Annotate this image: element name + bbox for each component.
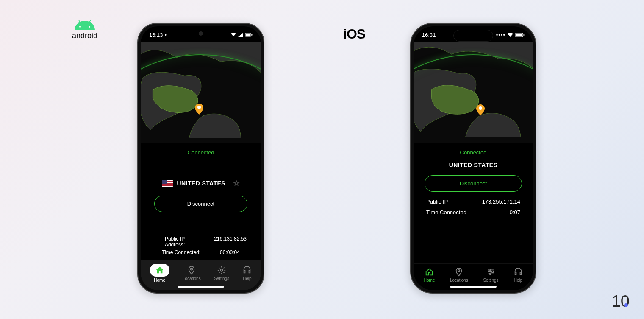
tab-settings-label: Settings bbox=[483, 278, 498, 283]
dynamic-island bbox=[453, 30, 493, 42]
ios-status-icons: •••• bbox=[496, 32, 525, 38]
wifi-icon bbox=[230, 33, 236, 37]
svg-rect-9 bbox=[516, 34, 523, 36]
battery-icon bbox=[515, 33, 525, 37]
connection-status: Connected bbox=[188, 149, 214, 156]
location-icon bbox=[187, 266, 196, 275]
svg-point-6 bbox=[191, 268, 193, 270]
wifi-icon bbox=[507, 33, 514, 37]
android-screen: 16:13 • Connected bbox=[141, 26, 261, 290]
brand-zero: 0 bbox=[621, 292, 630, 311]
location-pin-icon bbox=[195, 104, 203, 115]
svg-point-5 bbox=[197, 106, 201, 109]
tab-locations-label: Locations bbox=[450, 278, 468, 283]
headset-icon bbox=[514, 267, 523, 277]
globe-arc-glow bbox=[141, 54, 261, 143]
tab-locations-label: Locations bbox=[183, 276, 201, 281]
tab-help-label: Help bbox=[243, 276, 252, 281]
svg-point-7 bbox=[220, 269, 223, 271]
android-label-text: android bbox=[72, 31, 97, 40]
tab-settings[interactable]: Settings bbox=[483, 267, 498, 283]
ios-body: Connected UNITED STATES Disconnect Publi… bbox=[414, 143, 533, 263]
tab-locations[interactable]: Locations bbox=[450, 267, 468, 283]
time-connected-value: 0:07 bbox=[510, 209, 520, 215]
svg-point-11 bbox=[479, 106, 482, 110]
tab-home[interactable]: Home bbox=[150, 264, 169, 283]
country-row[interactable]: UNITED STATES bbox=[449, 162, 497, 168]
location-icon bbox=[454, 267, 464, 277]
svg-point-12 bbox=[458, 270, 460, 272]
ios-platform-label: iOS bbox=[343, 26, 365, 42]
location-pin-icon bbox=[476, 104, 485, 115]
tab-home-label: Home bbox=[424, 278, 435, 283]
favorite-star-icon[interactable]: ☆ bbox=[233, 179, 240, 188]
tab-home[interactable]: Home bbox=[424, 267, 435, 283]
ios-screen: 16:31 •••• Connected bbox=[414, 26, 533, 290]
country-name: UNITED STATES bbox=[449, 162, 497, 168]
android-clock: 16:13 bbox=[149, 32, 163, 38]
brand-logo: 1 0 bbox=[612, 292, 630, 311]
time-connected-label: Time Connected: bbox=[162, 249, 200, 255]
ios-label-text: iOS bbox=[343, 26, 365, 42]
svg-rect-3 bbox=[246, 34, 251, 36]
svg-rect-10 bbox=[524, 34, 525, 36]
brand-dot-icon bbox=[624, 303, 628, 307]
home-icon bbox=[425, 267, 434, 277]
tab-help[interactable]: Help bbox=[514, 267, 523, 283]
svg-point-14 bbox=[491, 271, 493, 273]
svg-point-1 bbox=[89, 26, 90, 28]
android-map[interactable] bbox=[141, 42, 261, 143]
public-ip-label: Public IP bbox=[426, 199, 448, 205]
disconnect-button[interactable]: Disconnect bbox=[154, 196, 247, 212]
tab-help[interactable]: Help bbox=[242, 266, 252, 281]
battery-icon bbox=[245, 33, 253, 37]
android-camera-hole bbox=[199, 31, 203, 36]
android-info-block: Public IP Address: 216.131.82.53 Time Co… bbox=[149, 235, 253, 260]
globe-arc-glow bbox=[414, 54, 533, 143]
time-connected-value: 00:00:04 bbox=[220, 249, 240, 255]
ios-home-indicator[interactable] bbox=[450, 286, 497, 288]
ios-phone-frame: 16:31 •••• Connected bbox=[410, 23, 536, 294]
tab-help-label: Help bbox=[514, 278, 523, 283]
sliders-icon bbox=[486, 267, 496, 277]
disconnect-button[interactable]: Disconnect bbox=[425, 175, 522, 192]
tab-locations[interactable]: Locations bbox=[183, 266, 201, 281]
svg-rect-4 bbox=[252, 34, 253, 36]
public-ip-value: 216.131.82.53 bbox=[214, 236, 247, 248]
home-icon bbox=[155, 266, 164, 275]
us-flag-icon bbox=[162, 180, 173, 187]
tab-settings[interactable]: Settings bbox=[214, 266, 229, 281]
android-status-icons bbox=[230, 33, 253, 37]
connection-status: Connected bbox=[460, 149, 487, 156]
svg-point-13 bbox=[489, 269, 490, 271]
cellular-dots-icon: •••• bbox=[496, 32, 505, 38]
time-connected-label: Time Connected bbox=[426, 209, 466, 215]
country-row[interactable]: UNITED STATES ☆ bbox=[162, 179, 240, 188]
svg-point-0 bbox=[79, 26, 81, 28]
android-platform-label: android bbox=[72, 20, 97, 40]
ios-map[interactable] bbox=[414, 42, 533, 143]
gear-icon bbox=[217, 266, 226, 275]
notification-dot-icon: • bbox=[165, 32, 167, 38]
ios-clock: 16:31 bbox=[422, 32, 436, 38]
android-home-indicator[interactable] bbox=[178, 286, 224, 288]
public-ip-label: Public IP Address: bbox=[155, 236, 194, 248]
tab-settings-label: Settings bbox=[214, 276, 229, 281]
headset-icon bbox=[242, 266, 252, 275]
android-body: Connected UNITED STATES ☆ Disconnect Pub… bbox=[141, 143, 261, 260]
android-phone-frame: 16:13 • Connected bbox=[137, 23, 264, 294]
country-name: UNITED STATES bbox=[177, 180, 225, 187]
svg-point-15 bbox=[489, 273, 491, 275]
signal-icon bbox=[238, 33, 243, 37]
ios-info-block: Public IP 173.255.171.14 Time Connected … bbox=[422, 198, 525, 216]
tab-home-label: Home bbox=[154, 278, 165, 283]
public-ip-value: 173.255.171.14 bbox=[482, 199, 520, 205]
brand-one: 1 bbox=[612, 292, 621, 311]
